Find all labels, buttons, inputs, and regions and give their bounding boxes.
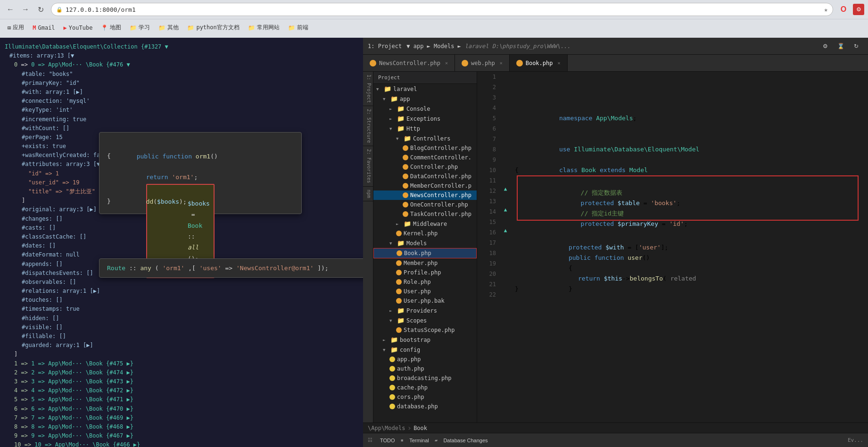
- gutter-10: [501, 165, 510, 175]
- tree-config[interactable]: ▼ 📁 config: [373, 345, 477, 355]
- code-line-1: [515, 72, 859, 82]
- bookmark-youtube[interactable]: ▶ YouTube: [60, 23, 97, 33]
- tree-app[interactable]: ▼ 📁 app: [373, 94, 477, 104]
- tree-broadcasting-php[interactable]: broadcasting.php: [373, 373, 477, 383]
- file-icon-member: [403, 183, 408, 189]
- tab-book[interactable]: Book.php ✕: [510, 55, 568, 71]
- tree-userbak[interactable]: User.php.bak: [373, 296, 477, 306]
- tree-middleware[interactable]: ► 📁 Middleware: [373, 219, 477, 229]
- tab-close-web[interactable]: ✕: [500, 60, 503, 66]
- output-item2: 2 => 2 => App\Mod··· \Book {#474 ▶}: [5, 368, 358, 377]
- tree-laravel-root[interactable]: ▼ 📁 laravel: [373, 84, 477, 94]
- bookmark-python[interactable]: 📁 python官方文档: [183, 22, 243, 33]
- browser-chrome: ← → ↻ 🔒 127.0.0.1:8000/orm1 ★ O ⚙ ⊞ 应用 M…: [0, 0, 868, 38]
- opera-icon[interactable]: O: [837, 3, 850, 16]
- bottom-icon-terminal: ▪: [401, 437, 404, 443]
- tree-label-app-php: app.php: [397, 356, 421, 363]
- tab-web[interactable]: web.php ✕: [455, 55, 510, 71]
- line-num-22: 22: [477, 290, 496, 300]
- tree-auth-php[interactable]: auth.php: [373, 364, 477, 373]
- project-panel: Project ▼ 📁 laravel ▼ 📁 app ► 📁 Console: [373, 72, 477, 422]
- tree-app-php[interactable]: app.php: [373, 355, 477, 364]
- tree-cors-php[interactable]: cors.php: [373, 392, 477, 402]
- bookmark-apps[interactable]: ⊞ 应用: [4, 22, 28, 33]
- code-line-9: class Book extends Model: [515, 155, 859, 165]
- tree-label-controllers: Controllers: [413, 135, 450, 142]
- tree-newscontroller[interactable]: NewsController.php: [373, 190, 477, 200]
- folder-icon-2: 📁: [158, 25, 165, 31]
- tree-cache-php[interactable]: cache.php: [373, 383, 477, 392]
- address-bar[interactable]: 🔒 127.0.0.1:8000/orm1 ★: [51, 3, 833, 16]
- output-primarykey: #primaryKey: "id": [5, 79, 358, 88]
- bookmark-other[interactable]: 📁 其他: [155, 22, 182, 33]
- ide-refresh-btn[interactable]: ↻: [849, 41, 863, 51]
- output-relations: #relations: array:1 [▶]: [5, 287, 358, 296]
- tree-http[interactable]: ▼ 📁 Http: [373, 124, 477, 133]
- tab-close-book[interactable]: ✕: [557, 60, 560, 66]
- tree-bootstrap[interactable]: ► 📁 bootstrap: [373, 335, 477, 345]
- tree-kernel[interactable]: Kernel.php: [373, 229, 477, 238]
- ide-settings-btn[interactable]: ⚙: [818, 41, 833, 51]
- tree-scopes[interactable]: ▼ 📁 Scopes: [373, 315, 477, 325]
- tree-exceptions[interactable]: ► 📁 Exceptions: [373, 114, 477, 124]
- tab-newscontroller[interactable]: NewsController.php ✕: [363, 55, 455, 71]
- project-title: Project: [378, 74, 400, 81]
- bookmark-study[interactable]: 📁 学习: [126, 22, 154, 33]
- bookmark-gmail[interactable]: M Gmail: [29, 23, 58, 33]
- tree-userphp[interactable]: User.php: [373, 287, 477, 296]
- tree-label-statusscope: StatusScope.php: [404, 327, 455, 333]
- tree-controllers[interactable]: ▼ 📁 Controllers: [373, 133, 477, 143]
- file-icon-cache: [389, 385, 395, 390]
- side-label-project[interactable]: 1: Project: [363, 72, 373, 106]
- output-touches: #touches: []: [5, 296, 358, 305]
- code-editor[interactable]: 1 2 3 4 5 6 7 8 9 10 11 12 13 14 15 16 1: [477, 72, 868, 422]
- tree-membercontroller[interactable]: MemberController.p: [373, 181, 477, 190]
- back-button[interactable]: ←: [4, 3, 17, 16]
- star-icon[interactable]: ★: [824, 6, 828, 13]
- code-line-22: [515, 294, 859, 305]
- tree-memberphp[interactable]: Member.php: [373, 258, 477, 268]
- tab-terminal[interactable]: Terminal: [405, 437, 433, 444]
- line-num-9: 9: [477, 155, 496, 165]
- tab-todo[interactable]: TODO: [376, 437, 399, 444]
- tree-datacontroller[interactable]: DataController.php: [373, 172, 477, 181]
- tree-commentcontroller[interactable]: CommentController.: [373, 153, 477, 162]
- tree-bookphp[interactable]: Book.php: [373, 248, 477, 258]
- file-icon-controller: [403, 164, 408, 170]
- bookmark-frontend[interactable]: 📁 前端: [284, 22, 312, 33]
- menu-button[interactable]: ⚙: [853, 4, 864, 15]
- code-highlight-region: // 指定数据表 protected $table = 'books'; // …: [517, 175, 859, 221]
- file-icon-news: [403, 192, 408, 198]
- side-label-favorites[interactable]: 2: Favorites: [363, 146, 373, 186]
- tree-label-config: config: [400, 347, 420, 353]
- tree-profilephp[interactable]: Profile.php: [373, 268, 477, 277]
- side-label-npm[interactable]: npm: [363, 187, 373, 201]
- tree-database-php[interactable]: database.php: [373, 402, 477, 411]
- tree-statusscope[interactable]: StatusScope.php: [373, 325, 477, 335]
- code-line-11: // 指定数据表: [520, 177, 856, 188]
- tree-models[interactable]: ▼ 📁 Models: [373, 238, 477, 248]
- tree-blogcontroller[interactable]: BlogController.php: [373, 143, 477, 153]
- tree-console[interactable]: ► 📁 Console: [373, 104, 477, 114]
- tree-rolephp[interactable]: Role.php: [373, 277, 477, 287]
- file-icon-broadcasting: [389, 375, 395, 381]
- tab-close-newscontroller[interactable]: ✕: [445, 60, 448, 66]
- reload-button[interactable]: ↻: [34, 3, 47, 16]
- tab-database[interactable]: Database Changes: [439, 437, 491, 444]
- bookmark-common[interactable]: 📁 常用网站: [244, 22, 283, 33]
- bookmark-maps[interactable]: 📍 地图: [97, 22, 125, 33]
- tree-controller[interactable]: Controller.php: [373, 162, 477, 172]
- tree-providers[interactable]: ► 📁 Providers: [373, 306, 477, 315]
- file-icon-one: [403, 202, 408, 207]
- forward-button[interactable]: →: [19, 3, 32, 16]
- tree-onecontroller[interactable]: OneController.php: [373, 200, 477, 209]
- tree-taskcontroller[interactable]: TaskController.php: [373, 209, 477, 219]
- ide-git-btn[interactable]: ⌛: [833, 41, 849, 51]
- side-label-structure[interactable]: 2: Structure: [363, 106, 373, 146]
- folder-icon-3: 📁: [187, 25, 194, 31]
- code-line-2: [515, 82, 859, 92]
- bottom-tabs: ☷ TODO ▪ Terminal ▰ Database Changes Ev.…: [363, 433, 868, 447]
- gutter-9: [501, 155, 510, 165]
- tree-label-bookphp: Book.php: [404, 250, 431, 257]
- output-guarded: #guarded: array:1 [▶]: [5, 341, 358, 350]
